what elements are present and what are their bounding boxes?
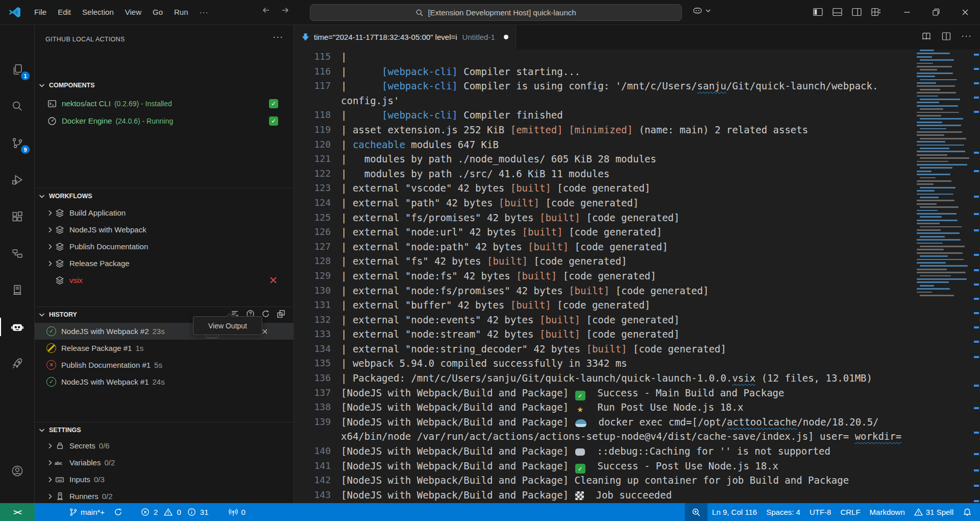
sync-icon xyxy=(114,508,122,516)
split-editor-icon[interactable] xyxy=(941,31,951,41)
line-content: | external "fs/promises" 42 bytes [built… xyxy=(331,210,679,225)
indentation-item[interactable]: Spaces: 4 xyxy=(762,503,805,521)
toggle-secondary-sidebar-icon[interactable] xyxy=(851,7,862,17)
line-number xyxy=(294,429,331,444)
chevron-right-icon xyxy=(45,476,55,484)
section-header-settings[interactable]: SETTINGS xyxy=(35,422,293,437)
activitybar-item-source-control[interactable]: 9 xyxy=(0,130,34,156)
eol-item[interactable]: CRLF xyxy=(836,503,865,521)
chevron-right-icon xyxy=(45,442,55,450)
settings-name: Variables xyxy=(69,458,101,467)
line-number: 133 xyxy=(294,327,331,342)
settings-count: 0/2 xyxy=(102,492,113,501)
menu-file[interactable]: File xyxy=(29,5,52,20)
code-line: 131| external "buffer" 42 bytes [built] … xyxy=(294,298,915,313)
open-preview-icon[interactable] xyxy=(921,31,932,41)
workflow-row[interactable]: Publish Documentation xyxy=(35,238,293,255)
refresh-icon[interactable] xyxy=(261,310,270,318)
menu-more[interactable]: ··· xyxy=(194,5,214,20)
remote-indicator[interactable]: >< xyxy=(0,503,35,521)
line-content: [NodeJS with Webpack/Build and Package] … xyxy=(331,386,785,400)
warnings-icon xyxy=(164,508,173,516)
encoding-item[interactable]: UTF-8 xyxy=(805,503,836,521)
activitybar-item-deploy-rocket[interactable] xyxy=(0,350,34,377)
activitybar-item-remote-explorer[interactable] xyxy=(0,240,34,267)
activitybar-item-github-local-actions[interactable] xyxy=(0,314,34,340)
tab-untitled-1[interactable]: time="2024-11-17T18:32:43-05:00" level=i… xyxy=(294,25,516,50)
section-header-components[interactable]: COMPONENTS xyxy=(35,78,293,93)
sidebar-more-actions-icon[interactable]: ··· xyxy=(273,32,283,42)
activitybar-item-search[interactable] xyxy=(0,93,34,120)
chevron-down-icon xyxy=(38,426,46,434)
collapse-all-icon[interactable] xyxy=(277,310,285,318)
line-content: | external "path" 42 bytes [built] [code… xyxy=(331,196,639,210)
spell-checker-item[interactable]: 31 Spell xyxy=(910,503,958,521)
settings-row-runners[interactable]: Runners0/2 xyxy=(35,488,293,505)
customize-layout-icon[interactable] xyxy=(871,7,881,17)
menu-go[interactable]: Go xyxy=(147,5,168,20)
language-mode-item[interactable]: Markdown xyxy=(865,503,910,521)
activitybar-item-explorer[interactable]: 1 xyxy=(0,56,34,83)
modified-dot-icon[interactable] xyxy=(504,35,508,39)
line-content: | external "node:fs/promises" 42 bytes [… xyxy=(331,283,709,298)
workflow-name: NodeJS with Webpack xyxy=(69,225,146,234)
menu-selection[interactable]: Selection xyxy=(77,5,119,20)
menu-run[interactable]: Run xyxy=(168,5,194,20)
settings-row-variables[interactable]: abcVariables0/2 xyxy=(35,454,293,471)
more-actions-icon[interactable]: ··· xyxy=(961,31,972,41)
window-minimize-icon[interactable] xyxy=(892,0,921,25)
section-header-workflows[interactable]: WORKFLOWS xyxy=(35,188,293,203)
activitybar-item-extensions[interactable] xyxy=(0,203,34,230)
window-restore-icon[interactable] xyxy=(921,0,950,25)
ports-item[interactable]: 0 xyxy=(224,503,250,521)
workflow-error-close-icon[interactable] xyxy=(268,275,278,285)
vscode-window: { "titlebar": { "menus": ["File", "Edit"… xyxy=(0,0,980,521)
code-line: 122| modules by path ./src/ 41.6 KiB 11 … xyxy=(294,167,915,181)
nav-back-icon[interactable] xyxy=(260,5,272,16)
screencast-zoom-item[interactable] xyxy=(685,503,707,521)
sync-item[interactable] xyxy=(109,503,127,521)
cursor-position-item[interactable]: Ln 9, Col 116 xyxy=(707,503,762,521)
problems-item[interactable]: 2 0 31 xyxy=(136,503,216,521)
overview-ruler[interactable] xyxy=(972,50,980,503)
nav-forward-icon[interactable] xyxy=(280,5,291,16)
workflow-row[interactable]: NodeJS with Webpack xyxy=(35,221,293,238)
code-line: 136| Packaged: /mnt/c/Users/sanju/Git/qu… xyxy=(294,371,915,386)
workflow-row[interactable]: Release Package xyxy=(35,255,293,272)
activitybar-item-accounts[interactable] xyxy=(0,458,34,484)
workflow-row[interactable]: vsix xyxy=(35,272,293,289)
line-content: | external "node:path" 42 bytes [built] … xyxy=(331,240,668,254)
settings-count: 0/3 xyxy=(94,475,105,484)
copilot-menu[interactable] xyxy=(692,5,711,16)
activitybar-item-run-and-debug[interactable] xyxy=(0,167,34,193)
toggle-primary-sidebar-icon[interactable] xyxy=(813,7,823,17)
code-line: 143[NodeJS with Webpack/Build and Packag… xyxy=(294,488,915,503)
menu-view[interactable]: View xyxy=(119,5,147,20)
component-row[interactable]: nektos/act CLI(0.2.69) - Installed✓ xyxy=(35,95,293,112)
svg-text:abc: abc xyxy=(55,460,62,465)
code-line: 118| [webpack-cli] Compiler finished xyxy=(294,108,915,123)
window-close-icon[interactable] xyxy=(950,0,979,25)
code-area[interactable]: 115|116| [webpack-cli] Compiler starting… xyxy=(294,50,915,503)
history-row[interactable]: Release Package #11s xyxy=(35,340,293,357)
settings-row-inputs[interactable]: Inputs0/3 xyxy=(35,471,293,488)
notifications-item[interactable] xyxy=(958,503,980,521)
minimap[interactable] xyxy=(917,50,972,300)
sidebar-title: GITHUB LOCAL ACTIONS xyxy=(45,36,125,43)
command-center-search[interactable]: [Extension Development Host] quick-launc… xyxy=(310,4,682,21)
history-row[interactable]: ✕Publish Documentation #15s xyxy=(35,357,293,373)
settings-row-secrets[interactable]: Secrets0/6 xyxy=(35,437,293,454)
menu-edit[interactable]: Edit xyxy=(52,5,77,20)
branch-item[interactable]: main*+ xyxy=(64,503,109,521)
workflow-name: Release Package xyxy=(69,259,130,268)
component-row[interactable]: Docker Engine(24.0.6) - Running✓ xyxy=(35,112,293,129)
history-row[interactable]: ✓NodeJS with Webpack #124s xyxy=(35,373,293,390)
workflow-name: Build Application xyxy=(69,208,126,217)
workflow-row[interactable]: Build Application xyxy=(35,204,293,221)
line-number: 126 xyxy=(294,225,331,240)
activitybar-item-local-runner[interactable] xyxy=(0,277,34,303)
chevron-right-icon xyxy=(45,492,55,501)
toggle-panel-icon[interactable] xyxy=(832,7,843,17)
settings-count: 0/6 xyxy=(99,441,110,450)
line-content: [NodeJS with Webpack/Build and Package] … xyxy=(331,415,879,430)
